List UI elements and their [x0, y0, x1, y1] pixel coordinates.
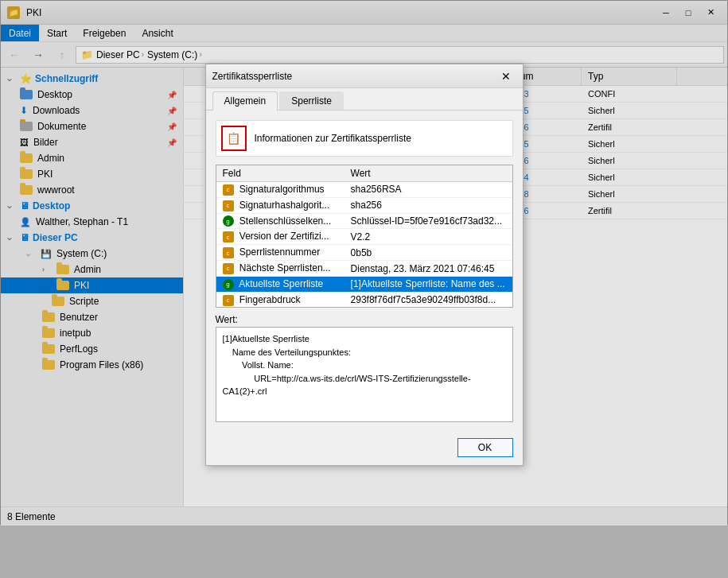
col-header-feld: Feld	[216, 165, 345, 182]
cert-wert-6: [1]Aktuellste Sperrliste: Name des ...	[345, 276, 512, 292]
cert-row-7[interactable]: c Fingerabdruck 293f8f76df7c5a3e90249ffb…	[216, 292, 512, 308]
cert-wert-7: 293f8f76df7c5a3e90249ffb03f8d...	[345, 292, 512, 308]
cert-wert-1: sha256	[345, 197, 512, 213]
dialog-buttons: OK	[206, 432, 523, 465]
cert-table-wrapper: Feld Wert c Signaturalgorithmus sha256RS…	[216, 165, 513, 308]
cert-wert-4: 0b5b	[345, 245, 512, 261]
dialog-title-text: Zertifikatssperrliste	[212, 71, 293, 82]
cert-feld-7: c Fingerabdruck	[216, 292, 345, 308]
col-header-wert: Wert	[345, 165, 512, 182]
dialog-backdrop: Zertifikatssperrliste ✕ Allgemein Sperrl…	[0, 0, 728, 578]
cert-wert-3: V2.2	[345, 229, 512, 245]
dialog-content: 📋 Informationen zur Zertifikatssperrlist…	[206, 111, 523, 432]
cert-row-icon-3: c	[223, 231, 234, 242]
info-title-text: Informationen zur Zertifikatssperrliste	[255, 133, 411, 144]
value-label: Wert:	[216, 314, 513, 325]
cert-feld-3: c Version der Zertifizi...	[216, 229, 345, 245]
cert-feld-1: c Signaturhashalgorit...	[216, 197, 345, 213]
cert-dialog: Zertifikatssperrliste ✕ Allgemein Sperrl…	[205, 64, 524, 466]
dialog-close-button[interactable]: ✕	[496, 68, 516, 85]
cert-row-icon-1: c	[223, 200, 234, 211]
cert-row-0[interactable]: c Signaturalgorithmus sha256RSA	[216, 182, 512, 198]
cert-row-3[interactable]: c Version der Zertifizi... V2.2	[216, 229, 512, 245]
cert-row-4[interactable]: c Sperrlistennummer 0b5b	[216, 245, 512, 261]
tab-allgemein[interactable]: Allgemein	[212, 91, 278, 111]
info-header: 📋 Informationen zur Zertifikatssperrlist…	[216, 120, 513, 157]
dialog-tabs: Allgemein Sperrliste	[206, 88, 523, 111]
cert-row-icon-7: c	[223, 295, 234, 306]
cert-row-6[interactable]: g Aktuellste Sperrliste [1]Aktuellste Sp…	[216, 276, 512, 292]
cert-wert-5: Dienstag, 23. März 2021 07:46:45	[345, 261, 512, 277]
cert-feld-4: c Sperrlistennummer	[216, 245, 345, 261]
ok-button[interactable]: OK	[457, 438, 513, 457]
cert-feld-0: c Signaturalgorithmus	[216, 182, 345, 198]
cert-table: Feld Wert c Signaturalgorithmus sha256RS…	[216, 165, 512, 308]
tab-sperrliste[interactable]: Sperrliste	[279, 91, 344, 110]
cert-row-2[interactable]: g Stellenschlüsselken... Schlüssel-ID=5f…	[216, 213, 512, 229]
dialog-title-bar: Zertifikatssperrliste ✕	[206, 64, 523, 88]
cert-row-icon-2: g	[223, 215, 234, 227]
cert-row-5[interactable]: c Nächste Sperrlisten... Dienstag, 23. M…	[216, 261, 512, 277]
cert-wert-2: Schlüssel-ID=5f0e7e916cf73ad32...	[345, 213, 512, 229]
cert-wert-0: sha256RSA	[345, 182, 512, 198]
cert-dialog-icon: 📋	[221, 126, 247, 151]
cert-feld-2: g Stellenschlüsselken...	[216, 213, 345, 229]
cert-row-icon-4: c	[223, 247, 234, 258]
cert-feld-5: c Nächste Sperrlisten...	[216, 261, 345, 277]
cert-row-icon-6: g	[223, 279, 234, 290]
cert-feld-6: g Aktuellste Sperrliste	[216, 276, 345, 292]
cert-icon-text: 📋	[227, 132, 240, 145]
cert-row-icon-5: c	[223, 263, 234, 274]
value-box: [1]Aktuellste Sperrliste Name des Vertei…	[216, 327, 513, 422]
cert-row-icon-0: c	[223, 184, 234, 196]
cert-row-1[interactable]: c Signaturhashalgorit... sha256	[216, 197, 512, 213]
